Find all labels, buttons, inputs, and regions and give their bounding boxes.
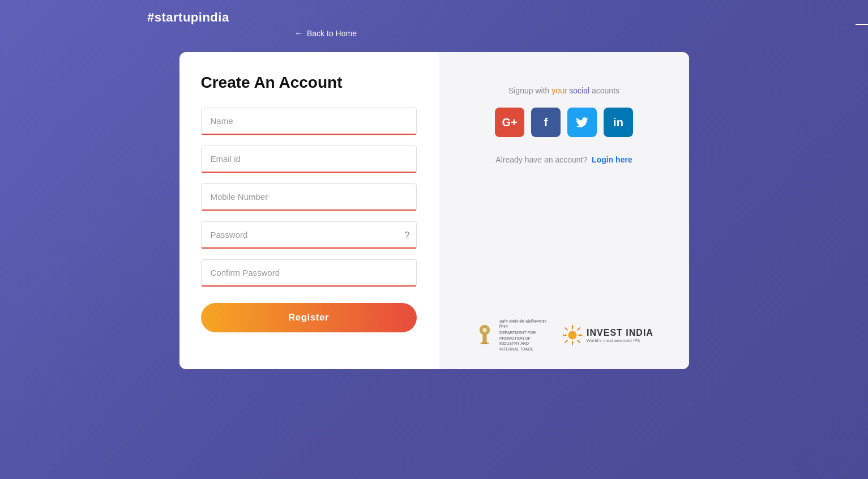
back-to-home-link[interactable]: ← Back to Home	[147, 28, 868, 39]
invest-india-text-group: INVEST INDIA World's most awarded IPA	[587, 328, 653, 343]
login-here-link[interactable]: Login here	[592, 155, 632, 164]
svg-line-9	[565, 328, 568, 331]
name-input[interactable]	[202, 108, 416, 135]
social-title-social: social	[569, 86, 589, 95]
mobile-wrapper	[201, 183, 417, 211]
mobile-input[interactable]	[202, 184, 416, 211]
register-button[interactable]: Register	[201, 303, 417, 332]
email-group	[201, 146, 417, 173]
password-input[interactable]	[202, 222, 416, 249]
name-wrapper	[201, 108, 417, 135]
password-help-icon[interactable]: ?	[405, 230, 410, 241]
signup-card: Create An Account ?	[179, 52, 689, 369]
email-wrapper	[201, 146, 417, 173]
svg-point-4	[568, 331, 576, 340]
dept-text: उद्योग संवर्धन और आंतरिक व्यापार विभाग D…	[499, 319, 550, 352]
social-content: Signup with your social acounts G+ f in …	[495, 86, 633, 164]
social-section: Signup with your social acounts G+ f in …	[439, 52, 689, 369]
email-input[interactable]	[202, 146, 416, 173]
password-wrapper: ?	[201, 221, 417, 249]
dept-logo: उद्योग संवर्धन और आंतरिक व्यापार विभाग D…	[474, 319, 550, 352]
footer-logos: उद्योग संवर्धन और आंतरिक व्यापार विभाग D…	[474, 319, 653, 352]
confirm-password-group	[201, 259, 417, 287]
password-group: ?	[201, 221, 417, 249]
svg-line-10	[578, 340, 580, 343]
invest-india-logo: INVEST INDIA World's most awarded IPA	[562, 324, 653, 346]
twitter-signin-button[interactable]	[567, 108, 597, 137]
ashoka-emblem-icon	[474, 323, 495, 348]
svg-line-12	[565, 340, 568, 343]
google-signin-button[interactable]: G+	[495, 108, 524, 137]
social-title: Signup with your social acounts	[508, 86, 619, 95]
social-title-your: your	[551, 86, 567, 95]
svg-rect-2	[481, 343, 489, 344]
facebook-signin-button[interactable]: f	[531, 108, 561, 137]
svg-line-11	[578, 328, 580, 331]
invest-india-sun-icon	[562, 324, 583, 346]
form-section: Create An Account ?	[179, 52, 439, 369]
top-bar: #startupindia ← Back to Home	[0, 0, 868, 43]
form-title: Create An Account	[201, 74, 417, 92]
confirm-password-wrapper	[201, 259, 417, 287]
logo: #startupindia	[147, 10, 868, 25]
login-prompt: Already have an account? Login here	[495, 155, 632, 164]
logo-text: #startupindia	[147, 10, 229, 25]
back-label: Back to Home	[307, 29, 357, 38]
login-pre-text: Already have an account?	[495, 155, 587, 164]
mobile-group	[201, 183, 417, 211]
invest-india-tagline: World's most awarded IPA	[587, 338, 653, 343]
svg-point-3	[482, 328, 486, 332]
social-icons-row: G+ f in	[495, 108, 633, 137]
linkedin-signin-button[interactable]: in	[604, 108, 633, 137]
back-arrow-icon: ←	[294, 28, 303, 39]
confirm-password-input[interactable]	[202, 260, 416, 286]
invest-india-label: INVEST INDIA	[587, 328, 653, 338]
name-group	[201, 108, 417, 135]
